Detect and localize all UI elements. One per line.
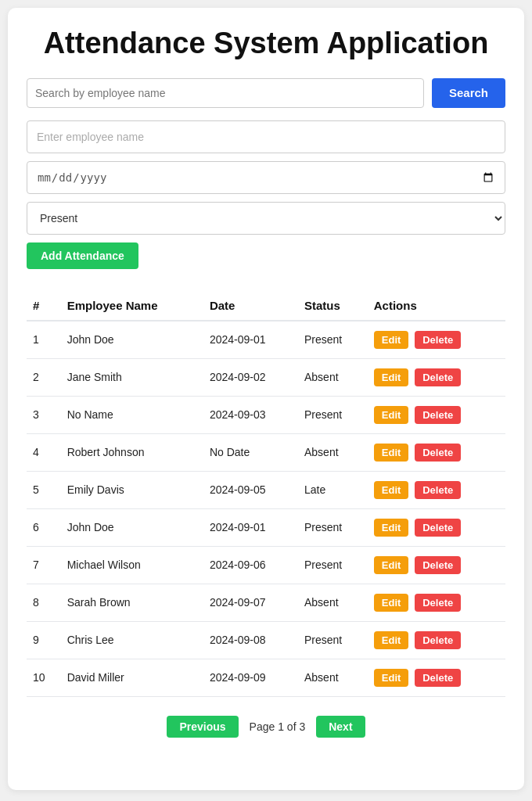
cell-status: Absent bbox=[298, 659, 368, 696]
cell-date: 2024-09-05 bbox=[203, 471, 298, 508]
cell-date: 2024-09-09 bbox=[203, 659, 298, 696]
delete-button[interactable]: Delete bbox=[415, 444, 461, 462]
cell-actions: Edit Delete bbox=[368, 433, 505, 471]
cell-name: Jane Smith bbox=[61, 358, 203, 396]
search-row: Search bbox=[27, 78, 505, 108]
table-row: 5 Emily Davis 2024-09-05 Late Edit Delet… bbox=[27, 471, 505, 508]
cell-status: Absent bbox=[298, 433, 368, 471]
edit-button[interactable]: Edit bbox=[374, 481, 409, 499]
table-row: 3 No Name 2024-09-03 Present Edit Delete bbox=[27, 396, 505, 433]
edit-button[interactable]: Edit bbox=[374, 556, 409, 574]
cell-id: 2 bbox=[27, 358, 61, 396]
cell-status: Present bbox=[298, 621, 368, 659]
page-title: Attendance System Application bbox=[27, 27, 505, 61]
edit-button[interactable]: Edit bbox=[374, 594, 409, 612]
cell-date: 2024-09-08 bbox=[203, 621, 298, 659]
table-row: 1 John Doe 2024-09-01 Present Edit Delet… bbox=[27, 321, 505, 359]
cell-id: 1 bbox=[27, 321, 61, 359]
cell-name: Chris Lee bbox=[61, 621, 203, 659]
add-attendance-form: Present Absent Late Add Attendance bbox=[27, 120, 505, 283]
cell-name: Sarah Brown bbox=[61, 584, 203, 621]
page-info: Page 1 of 3 bbox=[250, 720, 306, 733]
edit-button[interactable]: Edit bbox=[374, 368, 409, 386]
col-header-status: Status bbox=[298, 291, 368, 321]
cell-actions: Edit Delete bbox=[368, 358, 505, 396]
attendance-table: # Employee Name Date Status Actions 1 Jo… bbox=[27, 291, 505, 697]
cell-name: David Miller bbox=[61, 659, 203, 696]
edit-button[interactable]: Edit bbox=[374, 631, 409, 649]
cell-id: 6 bbox=[27, 508, 61, 546]
cell-actions: Edit Delete bbox=[368, 321, 505, 359]
date-field[interactable] bbox=[27, 161, 505, 194]
table-row: 9 Chris Lee 2024-09-08 Present Edit Dele… bbox=[27, 621, 505, 659]
add-attendance-button[interactable]: Add Attendance bbox=[27, 242, 138, 269]
delete-button[interactable]: Delete bbox=[415, 481, 461, 499]
pagination: Previous Page 1 of 3 Next bbox=[27, 709, 505, 738]
cell-name: Michael Wilson bbox=[61, 546, 203, 584]
table-row: 6 John Doe 2024-09-01 Present Edit Delet… bbox=[27, 508, 505, 546]
cell-status: Late bbox=[298, 471, 368, 508]
main-container: Attendance System Application Search Pre… bbox=[8, 8, 524, 790]
cell-name: John Doe bbox=[61, 508, 203, 546]
col-header-date: Date bbox=[203, 291, 298, 321]
edit-button[interactable]: Edit bbox=[374, 444, 409, 462]
search-button[interactable]: Search bbox=[432, 78, 505, 108]
cell-id: 7 bbox=[27, 546, 61, 584]
employee-name-field[interactable] bbox=[27, 120, 505, 153]
cell-date: 2024-09-07 bbox=[203, 584, 298, 621]
edit-button[interactable]: Edit bbox=[374, 331, 409, 349]
delete-button[interactable]: Delete bbox=[415, 519, 461, 537]
next-button[interactable]: Next bbox=[316, 716, 365, 738]
table-row: 7 Michael Wilson 2024-09-06 Present Edit… bbox=[27, 546, 505, 584]
delete-button[interactable]: Delete bbox=[415, 331, 461, 349]
cell-name: No Name bbox=[61, 396, 203, 433]
cell-status: Absent bbox=[298, 358, 368, 396]
delete-button[interactable]: Delete bbox=[415, 594, 461, 612]
search-input[interactable] bbox=[27, 78, 424, 108]
col-header-name: Employee Name bbox=[61, 291, 203, 321]
edit-button[interactable]: Edit bbox=[374, 406, 409, 424]
cell-status: Absent bbox=[298, 584, 368, 621]
status-select[interactable]: Present Absent Late bbox=[27, 202, 505, 235]
edit-button[interactable]: Edit bbox=[374, 519, 409, 537]
cell-actions: Edit Delete bbox=[368, 584, 505, 621]
delete-button[interactable]: Delete bbox=[415, 368, 461, 386]
cell-date: 2024-09-06 bbox=[203, 546, 298, 584]
cell-actions: Edit Delete bbox=[368, 659, 505, 696]
cell-status: Present bbox=[298, 321, 368, 359]
col-header-num: # bbox=[27, 291, 61, 321]
cell-name: Robert Johnson bbox=[61, 433, 203, 471]
cell-id: 10 bbox=[27, 659, 61, 696]
table-row: 4 Robert Johnson No Date Absent Edit Del… bbox=[27, 433, 505, 471]
cell-actions: Edit Delete bbox=[368, 621, 505, 659]
edit-button[interactable]: Edit bbox=[374, 669, 409, 687]
cell-name: Emily Davis bbox=[61, 471, 203, 508]
cell-id: 3 bbox=[27, 396, 61, 433]
cell-actions: Edit Delete bbox=[368, 471, 505, 508]
delete-button[interactable]: Delete bbox=[415, 556, 461, 574]
cell-actions: Edit Delete bbox=[368, 546, 505, 584]
cell-date: No Date bbox=[203, 433, 298, 471]
col-header-actions: Actions bbox=[368, 291, 505, 321]
delete-button[interactable]: Delete bbox=[415, 631, 461, 649]
cell-actions: Edit Delete bbox=[368, 508, 505, 546]
table-row: 8 Sarah Brown 2024-09-07 Absent Edit Del… bbox=[27, 584, 505, 621]
table-body: 1 John Doe 2024-09-01 Present Edit Delet… bbox=[27, 321, 505, 697]
cell-date: 2024-09-01 bbox=[203, 321, 298, 359]
cell-status: Present bbox=[298, 508, 368, 546]
cell-id: 5 bbox=[27, 471, 61, 508]
table-row: 2 Jane Smith 2024-09-02 Absent Edit Dele… bbox=[27, 358, 505, 396]
cell-date: 2024-09-03 bbox=[203, 396, 298, 433]
previous-button[interactable]: Previous bbox=[167, 716, 238, 738]
delete-button[interactable]: Delete bbox=[415, 669, 461, 687]
cell-status: Present bbox=[298, 546, 368, 584]
cell-date: 2024-09-02 bbox=[203, 358, 298, 396]
cell-id: 4 bbox=[27, 433, 61, 471]
cell-id: 8 bbox=[27, 584, 61, 621]
cell-status: Present bbox=[298, 396, 368, 433]
cell-actions: Edit Delete bbox=[368, 396, 505, 433]
cell-id: 9 bbox=[27, 621, 61, 659]
delete-button[interactable]: Delete bbox=[415, 406, 461, 424]
table-header-row: # Employee Name Date Status Actions bbox=[27, 291, 505, 321]
table-row: 10 David Miller 2024-09-09 Absent Edit D… bbox=[27, 659, 505, 696]
